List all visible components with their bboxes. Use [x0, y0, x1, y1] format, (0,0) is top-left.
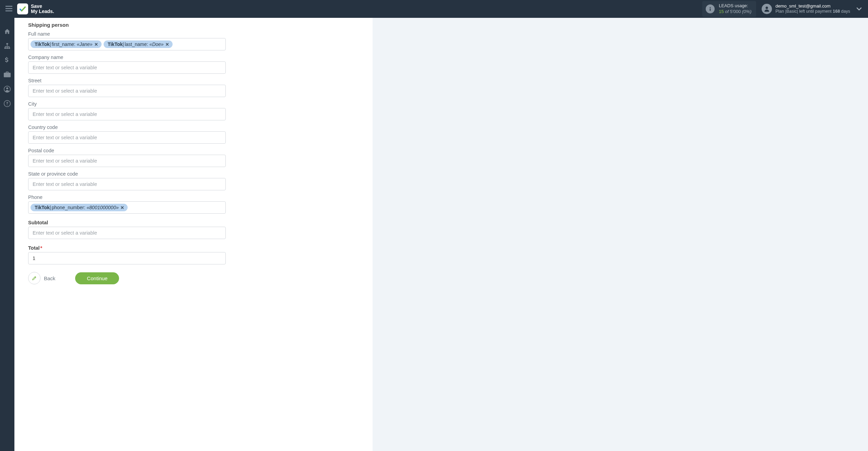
text-input-state-code[interactable] — [31, 180, 223, 189]
input-street[interactable] — [28, 85, 226, 97]
usage-percent: (0%) — [742, 9, 751, 14]
sitemap-icon[interactable] — [4, 43, 11, 49]
input-total[interactable] — [28, 252, 226, 264]
svg-rect-3 — [7, 43, 8, 45]
form-actions: Back Continue — [28, 272, 359, 284]
account-text: demo_sml_test@gmail.com Plan |Basic| lef… — [775, 3, 850, 14]
input-state-code[interactable] — [28, 178, 226, 190]
user-icon[interactable] — [4, 86, 11, 93]
field-country-code: Country code — [28, 124, 359, 144]
label-full-name: Full name — [28, 31, 359, 37]
label-postal-code: Postal code — [28, 148, 359, 153]
sidebar-nav — [0, 18, 14, 451]
brand-logo[interactable]: Save My Leads. — [17, 3, 54, 14]
field-postal-code: Postal code — [28, 148, 359, 167]
input-postal-code[interactable] — [28, 155, 226, 167]
chip-value: «Doe» — [150, 41, 164, 47]
chip-key: phone_number: — [51, 205, 85, 210]
input-full-name[interactable]: TikTok | first_name: «Jane» ✕ TikTok | l… — [28, 38, 226, 50]
svg-rect-4 — [4, 47, 6, 49]
svg-rect-5 — [8, 47, 10, 49]
field-total: Total* — [28, 245, 359, 264]
hamburger-icon — [5, 4, 12, 13]
section-title-shipping-person: Shipping person — [28, 22, 359, 28]
chip-remove-icon[interactable]: ✕ — [94, 42, 98, 47]
field-company-name: Company name — [28, 55, 359, 74]
chip-phone-number[interactable]: TikTok | phone_number: «8001000000» ✕ — [31, 204, 128, 211]
text-input-city[interactable] — [31, 110, 223, 119]
label-state-code: State or province code — [28, 171, 359, 177]
chip-remove-icon[interactable]: ✕ — [165, 42, 169, 47]
chip-key: first_name: — [51, 41, 75, 47]
briefcase-icon[interactable] — [4, 71, 11, 78]
chip-key: last_name: — [125, 41, 148, 47]
usage-current: 15 — [719, 9, 724, 14]
field-state-code: State or province code — [28, 171, 359, 190]
required-indicator: * — [40, 245, 43, 251]
brand-name: Save My Leads. — [31, 4, 54, 14]
svg-point-2 — [766, 7, 768, 9]
brand-line1: Save — [31, 4, 54, 9]
field-phone: Phone TikTok | phone_number: «8001000000… — [28, 194, 359, 214]
label-phone: Phone — [28, 194, 359, 200]
chip-last-name[interactable]: TikTok | last_name: «Doe» ✕ — [104, 40, 173, 48]
account-widget[interactable]: demo_sml_test@gmail.com Plan |Basic| lef… — [762, 3, 850, 14]
text-input-total[interactable] — [31, 254, 223, 263]
input-city[interactable] — [28, 108, 226, 120]
brand-line2: My Leads. — [31, 9, 54, 14]
label-country-code: Country code — [28, 124, 359, 130]
usage-text: LEADS usage: 15 of 5'000 (0%) — [719, 3, 751, 15]
usage-of-word: of — [725, 9, 729, 14]
dollar-icon[interactable] — [4, 57, 11, 64]
usage-total: 5'000 — [730, 9, 741, 14]
text-input-company-name[interactable] — [31, 63, 223, 72]
input-country-code[interactable] — [28, 131, 226, 144]
account-email: demo_sml_test@gmail.com — [775, 3, 850, 9]
pencil-icon — [28, 272, 40, 284]
chip-value: «Jane» — [77, 41, 93, 47]
text-input-country-code[interactable] — [31, 133, 223, 142]
input-subtotal[interactable] — [28, 227, 226, 239]
svg-rect-1 — [710, 9, 711, 11]
chip-source: TikTok — [35, 41, 50, 47]
continue-button[interactable]: Continue — [75, 272, 119, 284]
chip-remove-icon[interactable]: ✕ — [120, 205, 124, 210]
back-button[interactable]: Back — [28, 272, 55, 284]
content-area: Shipping person Full name TikTok | first… — [14, 18, 868, 451]
usage-label: LEADS usage: — [719, 3, 751, 9]
field-subtotal: Subtotal — [28, 220, 359, 239]
field-city: City — [28, 101, 359, 120]
help-icon[interactable] — [4, 100, 11, 107]
text-input-subtotal[interactable] — [31, 228, 223, 237]
chip-value: «8001000000» — [87, 205, 119, 210]
menu-toggle-button[interactable] — [3, 3, 15, 15]
back-button-label: Back — [44, 275, 55, 281]
logo-checkmark-icon — [17, 3, 28, 14]
account-plan: Plan |Basic| left until payment 168 days — [775, 9, 850, 14]
label-subtotal: Subtotal — [28, 220, 359, 225]
home-icon[interactable] — [4, 28, 11, 35]
avatar-icon — [762, 4, 772, 14]
chip-source: TikTok — [108, 41, 123, 47]
svg-point-8 — [6, 87, 8, 90]
label-total: Total* — [28, 245, 359, 251]
chip-first-name[interactable]: TikTok | first_name: «Jane» ✕ — [31, 40, 102, 48]
text-input-street[interactable] — [31, 86, 223, 95]
label-company-name: Company name — [28, 55, 359, 60]
label-street: Street — [28, 78, 359, 83]
field-street: Street — [28, 78, 359, 97]
chevron-down-icon[interactable] — [856, 6, 862, 12]
text-input-postal-code[interactable] — [31, 156, 223, 165]
input-phone[interactable]: TikTok | phone_number: «8001000000» ✕ — [28, 201, 226, 214]
field-full-name: Full name TikTok | first_name: «Jane» ✕ … — [28, 31, 359, 50]
info-icon — [706, 4, 715, 13]
form-card: Shipping person Full name TikTok | first… — [14, 18, 373, 451]
svg-rect-6 — [7, 47, 8, 49]
svg-point-0 — [710, 7, 711, 8]
input-company-name[interactable] — [28, 61, 226, 74]
usage-widget[interactable]: LEADS usage: 15 of 5'000 (0%) — [702, 1, 756, 17]
label-city: City — [28, 101, 359, 107]
chip-source: TikTok — [35, 205, 50, 210]
app-header: Save My Leads. LEADS usage: 15 of 5'000 … — [0, 0, 868, 18]
